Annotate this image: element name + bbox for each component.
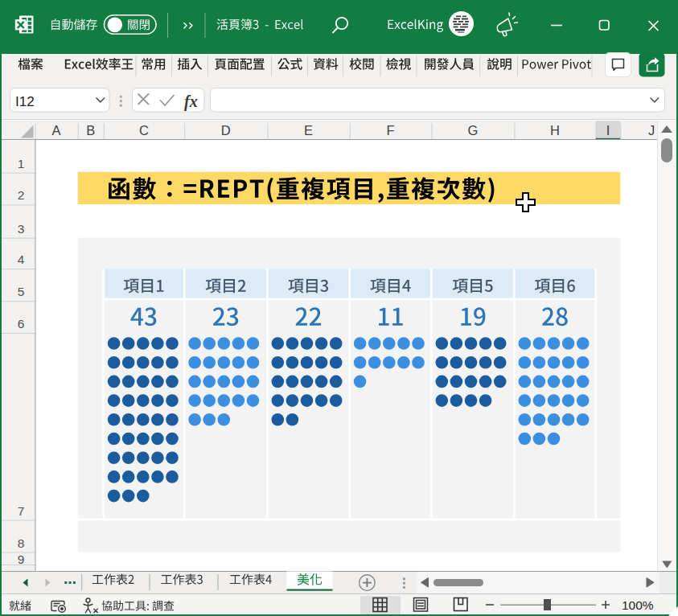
svg-text:I: I xyxy=(606,123,610,138)
svg-text:C: C xyxy=(139,123,149,138)
svg-text:G: G xyxy=(467,123,478,138)
svg-text:D: D xyxy=(221,123,231,138)
svg-text:fx: fx xyxy=(184,92,198,111)
svg-text:A: A xyxy=(52,123,61,138)
svg-text:100%: 100% xyxy=(622,598,654,612)
svg-text:E: E xyxy=(304,123,313,138)
svg-text:H: H xyxy=(550,123,560,138)
svg-text:B: B xyxy=(86,123,95,138)
svg-text:I12: I12 xyxy=(15,94,35,109)
svg-text:F: F xyxy=(386,123,394,138)
svg-text:J: J xyxy=(648,123,655,138)
